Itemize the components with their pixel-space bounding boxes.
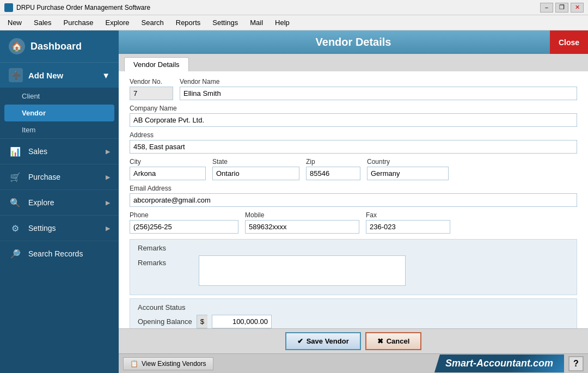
save-icon: ✔: [297, 337, 303, 345]
settings-label: Settings: [28, 224, 56, 233]
menu-reports[interactable]: Reports: [170, 17, 206, 28]
content-area: Vendor Details Close Vendor Details Vend…: [119, 30, 588, 373]
email-label: Email Address: [130, 185, 577, 192]
country-label: Country: [367, 158, 449, 166]
settings-arrow-icon: ▶: [106, 225, 110, 232]
fax-group: Fax: [366, 211, 450, 234]
add-new-label: Add New: [28, 71, 63, 80]
sidebar-item-purchase[interactable]: 🛒 Purchase ▶: [0, 164, 119, 189]
sales-label: Sales: [28, 147, 47, 156]
phone-row: Phone Mobile Fax: [130, 211, 577, 234]
menu-search[interactable]: Search: [136, 17, 169, 28]
opening-balance-input[interactable]: [212, 315, 272, 328]
company-name-label: Company Name: [130, 105, 577, 112]
restore-button[interactable]: ❐: [555, 3, 568, 13]
remarks-textarea[interactable]: [199, 255, 406, 286]
state-input[interactable]: [212, 167, 299, 180]
search-records-icon: 🔎: [9, 247, 22, 260]
menu-settings[interactable]: Settings: [207, 17, 243, 28]
remarks-row: Remarks: [138, 255, 569, 286]
vendor-details-header: Vendor Details Close: [119, 30, 588, 54]
brand-label: Smart-Accountant.com: [434, 354, 564, 372]
app-icon: [4, 3, 13, 12]
main-layout: 🏠 Dashboard ➕ Add New ▼ Client Vendor It…: [0, 30, 588, 373]
vendor-no-input[interactable]: [130, 87, 173, 100]
window-controls: − ❐ ✕: [540, 3, 584, 13]
vendor-no-label: Vendor No.: [130, 78, 173, 85]
menu-sales[interactable]: Sales: [28, 17, 57, 28]
email-input[interactable]: [130, 193, 577, 207]
phone-input[interactable]: [130, 220, 238, 234]
zip-label: Zip: [306, 158, 360, 166]
explore-arrow-icon: ▶: [106, 199, 110, 206]
search-records-label: Search Records: [28, 249, 83, 258]
zip-input[interactable]: [306, 167, 360, 180]
save-label: Save Vendor: [307, 337, 349, 345]
sidebar-item-sales[interactable]: 📊 Sales ▶: [0, 138, 119, 164]
country-group: Country: [367, 158, 449, 180]
view-vendors-label: View Existing Vendors: [142, 360, 206, 368]
remarks-section: Remarks Remarks: [130, 239, 577, 295]
action-bar: ✔ Save Vendor ✖ Cancel: [119, 328, 588, 353]
vendor-details-title: Vendor Details: [316, 36, 391, 48]
sidebar-item-item[interactable]: Item: [0, 121, 119, 138]
cancel-icon: ✖: [377, 337, 383, 345]
purchase-icon: 🛒: [9, 170, 22, 184]
menu-new[interactable]: New: [2, 17, 27, 28]
help-button[interactable]: ?: [568, 356, 584, 371]
currency-symbol: $: [197, 315, 207, 328]
vendor-name-input[interactable]: [180, 87, 577, 100]
mobile-input[interactable]: [245, 220, 359, 234]
tab-bar: Vendor Details: [119, 54, 588, 71]
tab-vendor-details[interactable]: Vendor Details: [124, 57, 189, 71]
cancel-button[interactable]: ✖ Cancel: [365, 332, 422, 350]
menu-purchase[interactable]: Purchase: [58, 17, 99, 28]
sidebar-item-search-records[interactable]: 🔎 Search Records: [0, 241, 119, 266]
opening-balance-row: Opening Balance $: [138, 315, 569, 328]
menu-help[interactable]: Help: [270, 17, 295, 28]
city-label: City: [130, 158, 206, 166]
city-group: City: [130, 158, 206, 180]
company-name-input[interactable]: [130, 113, 577, 127]
address-input[interactable]: [130, 140, 577, 154]
form-area: Vendor No. Vendor Name Company Name Addr…: [119, 71, 588, 328]
state-group: State: [212, 158, 299, 180]
phone-label: Phone: [130, 211, 238, 219]
sidebar-item-vendor[interactable]: Vendor: [4, 105, 114, 121]
company-name-group: Company Name: [130, 105, 577, 127]
remarks-section-title: Remarks: [138, 244, 569, 252]
sidebar-dashboard[interactable]: 🏠 Dashboard: [0, 30, 119, 62]
email-group: Email Address: [130, 185, 577, 207]
phone-group: Phone: [130, 211, 238, 234]
vendor-name-group: Vendor Name: [180, 78, 577, 100]
fax-input[interactable]: [366, 220, 450, 234]
address-label: Address: [130, 131, 577, 139]
zip-group: Zip: [306, 158, 360, 180]
menu-mail[interactable]: Mail: [244, 17, 268, 28]
mobile-label: Mobile: [245, 211, 359, 219]
close-button[interactable]: Close: [550, 30, 588, 54]
mobile-group: Mobile: [245, 211, 359, 234]
fax-label: Fax: [366, 211, 450, 219]
purchase-label: Purchase: [28, 173, 60, 181]
footer-bar: 📋 View Existing Vendors Smart-Accountant…: [119, 353, 588, 373]
dashboard-icon: 🏠: [9, 38, 25, 54]
sidebar-item-explore[interactable]: 🔍 Explore ▶: [0, 189, 119, 215]
sidebar-add-new[interactable]: ➕ Add New ▼: [0, 62, 119, 88]
city-state-row: City State Zip Country: [130, 158, 577, 180]
explore-label: Explore: [28, 198, 54, 207]
country-input[interactable]: [367, 167, 449, 180]
sidebar-item-client[interactable]: Client: [0, 88, 119, 105]
sales-arrow-icon: ▶: [106, 148, 110, 155]
close-window-button[interactable]: ✕: [571, 3, 584, 13]
cancel-label: Cancel: [387, 337, 410, 345]
view-vendors-button[interactable]: 📋 View Existing Vendors: [123, 357, 213, 370]
account-status-section: Account Status Opening Balance $: [130, 298, 577, 328]
minimize-button[interactable]: −: [540, 3, 553, 13]
sidebar-item-settings[interactable]: ⚙ Settings ▶: [0, 215, 119, 241]
sales-icon: 📊: [9, 145, 22, 158]
city-input[interactable]: [130, 167, 206, 180]
save-vendor-button[interactable]: ✔ Save Vendor: [285, 332, 361, 350]
menu-explore[interactable]: Explore: [100, 17, 134, 28]
settings-icon: ⚙: [9, 222, 22, 235]
